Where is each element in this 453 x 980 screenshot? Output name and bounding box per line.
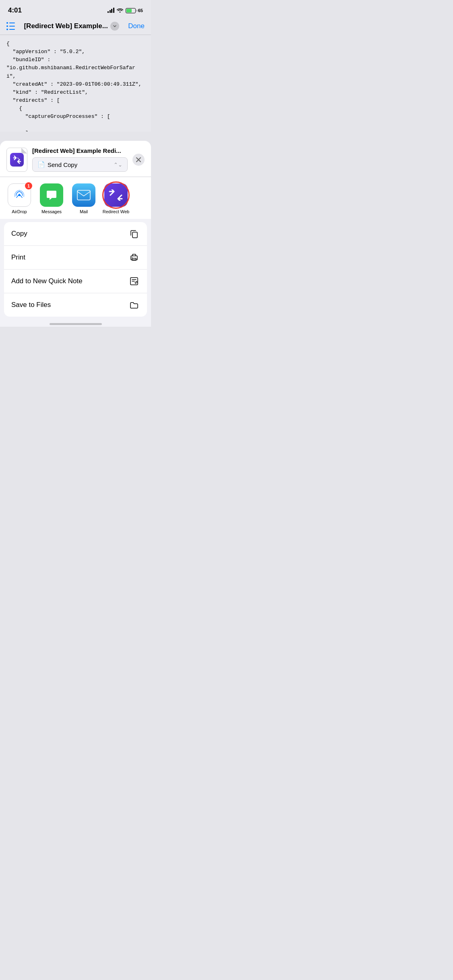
menu-icon[interactable] [6, 22, 15, 30]
status-time: 4:01 [8, 6, 22, 14]
done-button[interactable]: Done [128, 22, 145, 30]
app-item-airdrop[interactable]: 1 AirDrop [3, 183, 35, 214]
copy-icon [128, 228, 140, 239]
redirect-web-label: Redirect Web [103, 209, 129, 214]
svg-rect-4 [132, 258, 136, 260]
wifi-icon [117, 8, 123, 14]
redirect-web-badge [10, 153, 24, 167]
app-row: 1 AirDrop [0, 183, 151, 214]
status-bar: 4:01 65 [0, 0, 151, 18]
doc-icon: 📄 [37, 161, 45, 168]
signal-bars-icon [108, 8, 114, 13]
copy-label: Copy [11, 230, 27, 238]
app-item-mail[interactable]: Mail [68, 183, 100, 214]
quick-note-label: Add to New Quick Note [11, 277, 83, 285]
airdrop-label: AirDrop [12, 209, 27, 214]
redirect-web-icon [104, 183, 128, 207]
app-item-messages[interactable]: Messages [35, 183, 68, 214]
app-item-redirect-web[interactable]: Redirect Web [100, 183, 132, 214]
quick-note-action[interactable]: Add to New Quick Note [4, 270, 147, 293]
svg-rect-1 [77, 190, 90, 200]
mail-icon [72, 183, 95, 207]
svg-point-5 [132, 257, 132, 258]
copy-action[interactable]: Copy [4, 222, 147, 246]
airdrop-icon: 1 [8, 183, 31, 207]
share-title: [Redirect Web] Example Redi... [32, 147, 128, 154]
nav-title: [Redirect Web] Example... [24, 22, 108, 30]
home-bar [50, 323, 102, 325]
share-sheet: [Redirect Web] Example Redi... 📄 Send Co… [0, 141, 151, 327]
airdrop-badge: 1 [25, 182, 32, 189]
print-label: Print [11, 253, 25, 261]
battery-percent: 65 [138, 8, 143, 13]
share-header: [Redirect Web] Example Redi... 📄 Send Co… [0, 141, 151, 177]
mail-label: Mail [80, 209, 88, 214]
nav-title-area: [Redirect Web] Example... [24, 22, 119, 31]
nav-bar: [Redirect Web] Example... Done [0, 18, 151, 35]
status-icons: 65 [108, 8, 143, 14]
messages-label: Messages [41, 209, 62, 214]
save-files-action[interactable]: Save to Files [4, 293, 147, 317]
action-list: Copy Print Add to New Quick Note [4, 222, 147, 317]
save-files-icon [128, 299, 140, 311]
app-row-container: 1 AirDrop [0, 177, 151, 219]
print-icon [128, 252, 140, 263]
content-area: { "appVersion" : "5.0.2", "bundleID" : "… [0, 35, 151, 132]
nav-chevron-icon[interactable] [110, 22, 119, 31]
svg-rect-2 [132, 232, 137, 238]
send-copy-label: 📄 Send Copy [37, 161, 77, 168]
code-content: { "appVersion" : "5.0.2", "bundleID" : "… [6, 40, 145, 132]
send-copy-button[interactable]: 📄 Send Copy ⌃⌄ [32, 157, 128, 172]
messages-icon [40, 183, 63, 207]
action-chevrons-icon: ⌃⌄ [114, 162, 122, 168]
quick-note-icon [128, 276, 140, 287]
share-close-button[interactable] [132, 154, 145, 166]
save-files-label: Save to Files [11, 301, 51, 309]
share-title-area: [Redirect Web] Example Redi... 📄 Send Co… [32, 147, 128, 172]
battery-indicator: 65 [126, 8, 143, 13]
print-action[interactable]: Print [4, 246, 147, 270]
home-indicator [0, 320, 151, 327]
share-file-icon [6, 148, 27, 172]
